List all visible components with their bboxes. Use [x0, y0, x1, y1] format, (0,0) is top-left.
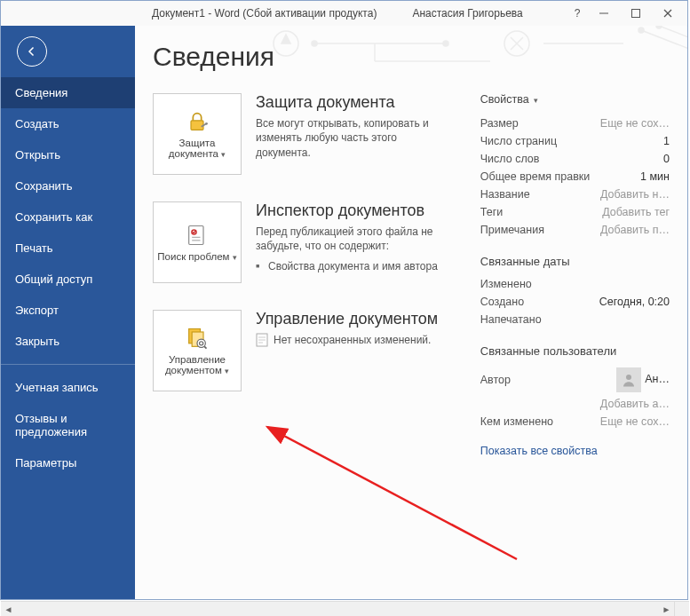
show-all-properties[interactable]: Показать все свойства — [480, 445, 670, 457]
property-value: 1 — [663, 135, 670, 147]
sidebar-item-share[interactable]: Общий доступ — [1, 264, 135, 295]
protect-title: Защита документа — [256, 93, 454, 113]
sidebar-item-info[interactable]: Сведения — [1, 77, 135, 108]
scroll-left-icon[interactable]: ◄ — [1, 603, 16, 616]
date-value: Сегодня, 0:20 — [599, 296, 670, 308]
sidebar-item-save[interactable]: Сохранить — [1, 170, 135, 201]
scroll-right-icon[interactable]: ► — [659, 603, 674, 616]
author-label: Автор — [480, 374, 511, 386]
svg-point-32 — [626, 375, 631, 380]
manage-section: Управление документом ▾ Управление докум… — [153, 310, 454, 391]
main-content: Сведения Защита документа ▾ Защита докум… — [135, 26, 687, 599]
author-value[interactable]: Ан… — [616, 367, 670, 392]
check-issues-tile[interactable]: Поиск проблем ▾ — [153, 201, 242, 283]
property-value: 0 — [663, 153, 670, 165]
property-label: Примечания — [480, 224, 544, 236]
property-row: Общее время правки1 мин — [480, 168, 670, 186]
avatar-icon — [616, 367, 641, 392]
property-label: Название — [480, 188, 530, 201]
date-label: Создано — [480, 296, 524, 308]
svg-point-16 — [656, 26, 662, 28]
protect-document-tile[interactable]: Защита документа ▾ — [153, 93, 242, 175]
property-row: Число страниц1 — [480, 132, 670, 150]
changed-by-label: Кем изменено — [480, 415, 553, 428]
property-row: Число слов0 — [480, 150, 670, 168]
inspect-bullet: Свойства документа и имя автора — [256, 259, 454, 274]
inspect-section: Поиск проблем ▾ Инспектор документов Пер… — [153, 201, 454, 283]
add-author[interactable]: Добавить а… — [600, 398, 670, 410]
date-label: Изменено — [480, 278, 532, 290]
sidebar-item-new[interactable]: Создать — [1, 108, 135, 139]
checklist-icon — [185, 223, 210, 248]
sidebar-item-account[interactable]: Учетная запись — [1, 372, 135, 403]
scroll-corner — [674, 601, 689, 616]
property-row: НазваниеДобавить н… — [480, 186, 670, 203]
changed-by-value: Еще не сох… — [600, 415, 670, 428]
manage-desc: Нет несохраненных изменений. — [274, 333, 431, 348]
minimize-button[interactable] — [588, 4, 620, 22]
property-label: Теги — [480, 206, 503, 218]
close-button[interactable] — [652, 4, 684, 22]
sidebar-item-saveas[interactable]: Сохранить как — [1, 201, 135, 233]
manage-title: Управление документом — [256, 310, 454, 329]
titlebar: Документ1 - Word (Сбой активации продукт… — [1, 1, 687, 26]
svg-point-25 — [197, 339, 205, 347]
protect-section: Защита документа ▾ Защита документа Все … — [153, 93, 454, 175]
property-label: Число слов — [480, 153, 540, 165]
date-row: Изменено — [480, 275, 670, 293]
related-dates-header: Связанные даты — [480, 255, 670, 268]
property-row: ТегиДобавить тег — [480, 203, 670, 221]
page-title: Сведения — [153, 42, 670, 72]
inspect-title: Инспектор документов — [256, 201, 454, 221]
property-value[interactable]: Еще не сох… — [600, 117, 670, 130]
property-label: Размер — [480, 117, 519, 130]
back-button[interactable] — [17, 36, 47, 67]
sidebar-item-open[interactable]: Открыть — [1, 139, 135, 170]
sidebar-item-export[interactable]: Экспорт — [1, 295, 135, 326]
properties-header[interactable]: Свойства ▾ — [480, 93, 670, 106]
manage-document-tile[interactable]: Управление документом ▾ — [153, 310, 242, 391]
date-label: Напечатано — [480, 313, 542, 326]
documents-icon — [185, 326, 210, 351]
svg-rect-17 — [191, 121, 203, 130]
sidebar-item-options[interactable]: Параметры — [1, 447, 135, 478]
horizontal-scrollbar[interactable]: ◄ ► — [1, 601, 674, 616]
svg-line-27 — [204, 346, 206, 348]
property-value: 1 мин — [640, 170, 670, 183]
date-row: Напечатано — [480, 311, 670, 328]
related-users-header: Связанные пользователи — [480, 344, 670, 358]
svg-point-15 — [638, 28, 644, 33]
sidebar-item-feedback[interactable]: Отзывы и предложения — [1, 403, 135, 447]
property-value[interactable]: Добавить тег — [602, 206, 670, 218]
user-name[interactable]: Анастасия Григорьева — [412, 7, 522, 20]
sidebar-item-print[interactable]: Печать — [1, 233, 135, 264]
doc-title: Документ1 - Word (Сбой активации продукт… — [152, 7, 377, 20]
svg-rect-19 — [189, 226, 203, 245]
maximize-button[interactable] — [620, 4, 652, 22]
sidebar-item-close[interactable]: Закрыть — [1, 326, 135, 357]
property-value[interactable]: Добавить п… — [600, 224, 670, 236]
property-row: ПримечанияДобавить п… — [480, 221, 670, 239]
backstage-sidebar: Сведения Создать Открыть Сохранить Сохра… — [1, 26, 135, 599]
properties-panel: Свойства ▾ РазмерЕще не сох…Число страни… — [480, 93, 670, 457]
lock-icon — [185, 109, 210, 134]
svg-rect-1 — [632, 10, 640, 18]
property-row: РазмерЕще не сох… — [480, 115, 670, 132]
property-label: Число страниц — [480, 135, 557, 147]
svg-line-14 — [677, 26, 687, 52]
property-value[interactable]: Добавить н… — [600, 188, 670, 201]
protect-desc: Все могут открывать, копировать и изменя… — [256, 116, 454, 161]
help-button[interactable]: ? — [567, 7, 588, 20]
date-row: СозданоСегодня, 0:20 — [480, 293, 670, 311]
doc-small-icon — [256, 333, 268, 347]
inspect-desc: Перед публикацией этого файла не забудьт… — [256, 225, 454, 255]
svg-point-18 — [205, 122, 208, 125]
property-label: Общее время правки — [480, 170, 591, 183]
